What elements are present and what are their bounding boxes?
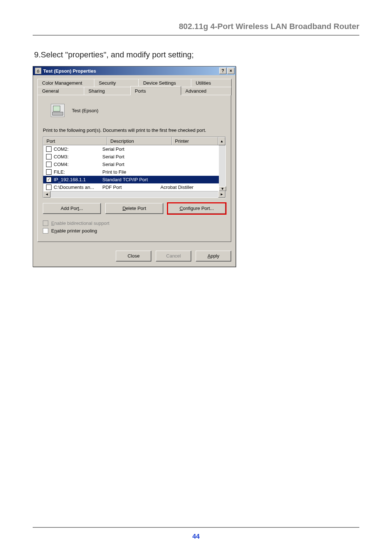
printer-title-icon: ⎙ xyxy=(35,68,41,74)
instruction-text: 9.Select "properties", and modify port s… xyxy=(34,50,359,60)
scroll-right-button[interactable]: ► xyxy=(218,191,225,198)
port-checkbox[interactable] xyxy=(46,169,52,175)
port-description: Serial Port xyxy=(102,162,160,167)
tab-ports[interactable]: Ports xyxy=(130,86,181,95)
enable-printer-pooling-checkbox[interactable]: Enable printer pooling xyxy=(43,228,226,234)
port-name: FILE: xyxy=(54,169,102,175)
add-port-button[interactable]: Add Port... xyxy=(43,203,101,214)
printer-icon xyxy=(51,104,65,117)
page-number: 44 xyxy=(33,527,359,540)
checkbox-icon xyxy=(43,228,48,234)
titlebar[interactable]: ⎙ Test (Epson) Properties ? × xyxy=(33,66,236,75)
tab-utilities[interactable]: Utilities xyxy=(191,79,232,87)
enable-bidirectional-checkbox: Enable bidirectional support xyxy=(43,220,226,226)
tab-security[interactable]: Security xyxy=(94,79,139,87)
help-button[interactable]: ? xyxy=(219,68,226,74)
port-printer: Acrobat Distiller xyxy=(160,185,219,190)
port-checkbox[interactable] xyxy=(46,146,52,152)
scroll-up-button[interactable]: ▲ xyxy=(218,137,225,145)
properties-dialog: ⎙ Test (Epson) Properties ? × Color Mana… xyxy=(33,66,236,267)
scroll-left-button[interactable]: ◄ xyxy=(43,191,50,198)
explain-text: Print to the following port(s). Document… xyxy=(43,127,226,134)
tab-panel-ports: Test (Epson) Print to the following port… xyxy=(37,95,231,242)
col-port[interactable]: Port xyxy=(43,137,107,145)
col-printer[interactable]: Printer xyxy=(172,137,218,145)
port-description: PDF Port xyxy=(102,185,160,190)
page-header: 802.11g 4-Port Wireless LAN Broadband Ro… xyxy=(33,22,359,36)
port-description: Standard TCP/IP Port xyxy=(102,177,160,182)
col-description[interactable]: Description xyxy=(107,137,172,145)
port-name: COM4: xyxy=(54,162,102,167)
port-row[interactable]: ✓IP_192.168.1.1Standard TCP/IP Port xyxy=(43,176,219,183)
port-name: IP_192.168.1.1 xyxy=(54,177,102,182)
configure-port-button[interactable]: Configure Port... xyxy=(168,203,226,214)
ports-listview[interactable]: Port Description Printer ▲ COM2:Serial P… xyxy=(43,137,226,198)
port-checkbox[interactable] xyxy=(46,154,52,159)
cancel-dialog-button: Cancel xyxy=(156,251,191,262)
port-checkbox[interactable] xyxy=(46,162,52,167)
port-row[interactable]: FILE:Print to File xyxy=(43,168,219,176)
port-row[interactable]: COM4:Serial Port xyxy=(43,161,219,168)
printer-name: Test (Epson) xyxy=(72,108,98,113)
delete-port-button[interactable]: Delete Port xyxy=(105,203,163,214)
port-description: Print to File xyxy=(102,169,160,175)
checkbox-icon xyxy=(43,220,48,226)
apply-dialog-button[interactable]: Apply xyxy=(196,251,231,262)
horizontal-scrollbar[interactable]: ◄ ► xyxy=(43,191,225,198)
port-description: Serial Port xyxy=(102,154,160,159)
close-button[interactable]: × xyxy=(227,68,234,74)
scroll-down-button[interactable]: ▼ xyxy=(219,186,226,191)
dialog-title: Test (Epson) Properties xyxy=(43,68,219,74)
tab-advanced[interactable]: Advanced xyxy=(181,87,232,95)
port-checkbox[interactable] xyxy=(46,185,52,190)
port-checkbox[interactable]: ✓ xyxy=(46,177,52,182)
vertical-scrollbar[interactable]: ▼ xyxy=(219,145,225,191)
port-description: Serial Port xyxy=(102,146,160,152)
port-name: COM3: xyxy=(54,154,102,159)
tab-color-management[interactable]: Color Management xyxy=(37,79,94,87)
port-row[interactable]: C:\Documents an...PDF PortAcrobat Distil… xyxy=(43,183,219,191)
close-dialog-button[interactable]: Close xyxy=(116,251,151,262)
port-name: C:\Documents an... xyxy=(54,185,102,190)
tab-device-settings[interactable]: Device Settings xyxy=(138,79,191,87)
tab-sharing[interactable]: Sharing xyxy=(84,87,131,95)
tab-strip: Color Management Security Device Setting… xyxy=(37,79,231,242)
port-name: COM2: xyxy=(54,146,102,152)
tab-general[interactable]: General xyxy=(37,87,84,95)
port-row[interactable]: COM3:Serial Port xyxy=(43,153,219,161)
port-row[interactable]: COM2:Serial Port xyxy=(43,145,219,153)
